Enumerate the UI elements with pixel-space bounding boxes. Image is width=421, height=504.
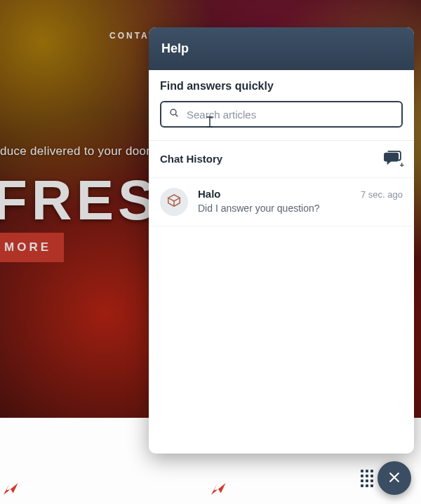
avatar bbox=[160, 188, 188, 216]
search-field-wrapper[interactable] bbox=[160, 101, 403, 128]
chat-item-body: Halo 7 sec. ago Did I answer your questi… bbox=[198, 188, 403, 214]
bot-avatar-icon bbox=[166, 193, 182, 211]
airplane-icon bbox=[208, 478, 229, 499]
airplane-icon bbox=[0, 478, 21, 499]
find-answers-section: Find answers quickly bbox=[149, 70, 414, 141]
new-chat-icon bbox=[383, 151, 401, 166]
chat-item-time: 7 sec. ago bbox=[361, 189, 403, 200]
plus-icon: + bbox=[400, 161, 404, 169]
find-answers-title: Find answers quickly bbox=[160, 80, 403, 93]
help-panel-title: Help bbox=[149, 27, 414, 70]
hero-tagline: duce delivered to your doorstep bbox=[0, 144, 173, 158]
search-input[interactable] bbox=[187, 109, 394, 121]
learn-more-button[interactable]: MORE bbox=[0, 233, 64, 262]
chat-history-title: Chat History bbox=[160, 153, 222, 165]
chat-item-snippet: Did I answer your question? bbox=[198, 203, 403, 214]
chat-history-header: Chat History + bbox=[149, 141, 414, 172]
chat-item-name: Halo bbox=[198, 188, 221, 200]
close-help-button[interactable] bbox=[377, 461, 411, 495]
help-panel: Help Find answers quickly Chat History + bbox=[149, 27, 414, 454]
app-stage: CONTACT duce delivered to your doorstep … bbox=[0, 0, 421, 504]
svg-line-1 bbox=[175, 114, 178, 116]
new-chat-button[interactable]: + bbox=[382, 149, 403, 168]
search-icon bbox=[168, 107, 180, 121]
svg-point-0 bbox=[171, 109, 176, 115]
close-icon bbox=[387, 470, 401, 486]
drag-handle-icon[interactable] bbox=[361, 470, 373, 491]
chat-history-item[interactable]: Halo 7 sec. ago Did I answer your questi… bbox=[149, 177, 414, 226]
